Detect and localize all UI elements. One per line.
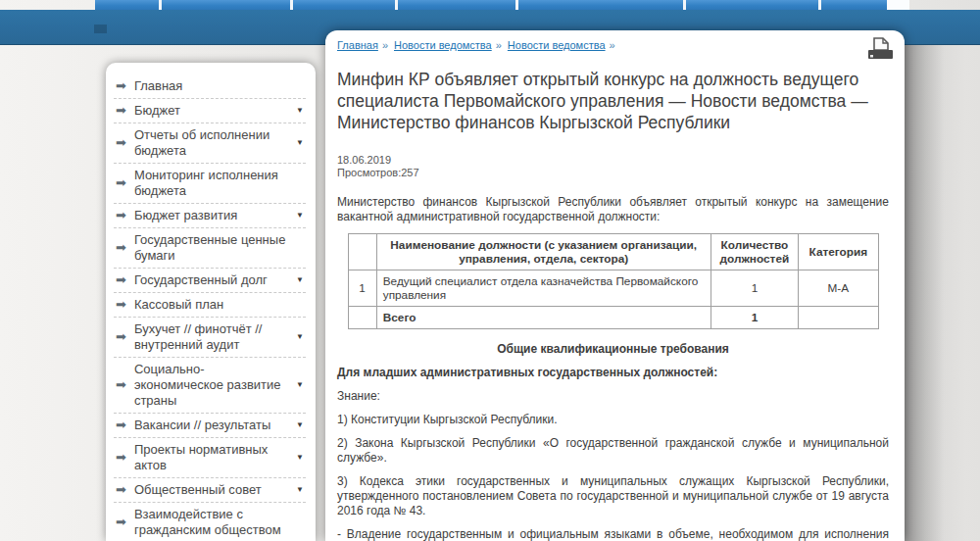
arrow-icon: ➡ (116, 482, 126, 498)
top-nav-item[interactable] (162, 0, 290, 10)
sidebar-item[interactable]: ➡Социально-экономическое развитие страны… (114, 358, 306, 414)
page-shadow (905, 45, 965, 541)
arrow-icon: ➡ (116, 135, 126, 151)
arrow-icon: ➡ (116, 240, 126, 256)
band-shadow (94, 25, 107, 33)
table-cell: Всего (376, 307, 710, 329)
table-header-cell: Количество должностей (710, 234, 799, 270)
chevron-down-icon: ▼ (296, 482, 304, 498)
sidebar-item[interactable]: ➡Мониторинг исполнения бюджета (114, 164, 306, 204)
arrow-icon: ➡ (116, 272, 126, 288)
table-row: 1Ведущий специалист отдела казначейства … (348, 270, 878, 307)
arrow-icon: ➡ (116, 78, 126, 94)
top-nav-bar (95, 0, 887, 10)
table-header-cell: Наименование должности (с указанием орга… (376, 234, 710, 270)
top-nav-item[interactable] (293, 0, 395, 10)
knowledge-label: Знание: (337, 389, 889, 404)
chevron-down-icon: ▼ (296, 103, 304, 119)
top-nav-item[interactable] (821, 0, 887, 10)
article-views: Просмотров:257 (337, 167, 889, 179)
table-cell (799, 307, 878, 329)
arrow-icon: ➡ (116, 297, 126, 313)
sidebar-item-label: Проекты нормативных актов (134, 442, 292, 473)
sidebar-item[interactable]: ➡Отчеты об исполнении бюджета▼ (114, 123, 306, 164)
requirements-heading: Общие квалификационные требования (337, 342, 889, 356)
sidebar-item[interactable]: ➡Государственный долг▼ (114, 269, 306, 293)
chevron-down-icon: ▼ (296, 377, 304, 393)
top-nav-item-active[interactable] (887, 0, 909, 10)
sidebar-item[interactable]: ➡Взаимодействие с гражданским обществом (114, 503, 306, 541)
table-row: Всего1 (348, 307, 878, 329)
top-nav-item[interactable] (518, 0, 683, 10)
article-intro: Министерство финансов Кыргызской Республ… (337, 195, 889, 224)
print-icon[interactable] (865, 36, 895, 64)
sidebar-item-label: Мониторинг исполнения бюджета (134, 168, 304, 199)
chevron-down-icon: ▼ (296, 208, 304, 223)
sidebar-item-label: Отчеты об исполнении бюджета (134, 127, 292, 159)
requirement-item: 1) Конституции Кыргызской Республики. (337, 413, 889, 427)
arrow-icon: ➡ (116, 175, 126, 191)
sidebar-item-label: Взаимодействие с гражданским обществом (134, 507, 304, 538)
requirements-list: 1) Конституции Кыргызской Республики.2) … (337, 413, 889, 541)
sidebar-item-label: Государственный долг (134, 272, 292, 288)
junior-positions-heading: Для младших административных государстве… (337, 366, 889, 380)
table-cell: Ведущий специалист отдела казначейства П… (376, 270, 710, 307)
table-cell: 1 (710, 307, 799, 329)
requirement-item: 3) Кодекса этики государственных и муниц… (337, 474, 889, 518)
requirement-item: 2) Закона Кыргызской Республики «О госуд… (337, 436, 889, 466)
arrow-icon: ➡ (116, 329, 126, 345)
sidebar-item[interactable]: ➡Главная (114, 74, 306, 99)
requirement-item: - Владение государственным и официальным… (337, 527, 889, 541)
vacancy-table: Наименование должности (с указанием орга… (348, 233, 879, 329)
sidebar-item-label: Главная (134, 78, 304, 94)
chevron-down-icon: ▼ (296, 450, 304, 466)
top-nav-item[interactable] (95, 0, 159, 10)
sidebar-item[interactable]: ➡Вакансии // результаты▼ (114, 414, 306, 438)
article-date: 18.06.2019 (337, 154, 889, 167)
top-nav-item[interactable] (686, 0, 818, 10)
chevron-down-icon: ▼ (296, 135, 304, 151)
sidebar-item-label: Бюджет (134, 103, 292, 119)
sidebar-item[interactable]: ➡Проекты нормативных актов▼ (114, 438, 306, 478)
arrow-icon: ➡ (116, 450, 126, 466)
breadcrumb-link[interactable]: Новости ведомства (508, 39, 606, 51)
content-panel: Главная»Новости ведомства»Новости ведомс… (325, 30, 905, 541)
table-cell (348, 307, 376, 329)
table-header-cell (348, 234, 376, 270)
chevron-down-icon: ▼ (296, 272, 304, 288)
arrow-icon: ➡ (116, 377, 126, 393)
arrow-icon: ➡ (116, 103, 126, 119)
sidebar-item[interactable]: ➡Бюджет▼ (114, 99, 306, 123)
page-title: Минфин КР объявляет открытый конкурс на … (337, 69, 878, 133)
table-cell: 1 (710, 270, 799, 307)
sidebar-item-label: Бухучет // финотчёт // внутренний аудит (134, 321, 292, 353)
sidebar-item-label: Бюджет развития (134, 208, 292, 223)
arrow-icon: ➡ (116, 515, 126, 530)
sidebar-item[interactable]: ➡Бюджет развития▼ (114, 204, 306, 228)
sidebar-item-label: Кассовый план (134, 297, 304, 313)
sidebar-item-label: Государственные ценные бумаги (134, 232, 304, 264)
sidebar-item-label: Общественный совет (134, 482, 292, 498)
table-cell: 1 (348, 270, 376, 307)
sidebar-item[interactable]: ➡Кассовый план (114, 293, 306, 318)
breadcrumb-link[interactable]: Новости ведомства (394, 39, 492, 51)
arrow-icon: ➡ (116, 418, 126, 433)
breadcrumb-separator: » (610, 39, 615, 51)
top-nav-item[interactable] (398, 0, 515, 10)
arrow-icon: ➡ (116, 208, 126, 223)
chevron-down-icon: ▼ (296, 418, 304, 433)
sidebar-menu: ➡Главная➡Бюджет▼➡Отчеты об исполнении бю… (114, 74, 306, 541)
sidebar-item-label: Вакансии // результаты (134, 418, 292, 433)
table-cell: М-А (799, 270, 878, 307)
sidebar-item-label: Социально-экономическое развитие страны (134, 362, 292, 409)
sidebar-item[interactable]: ➡Общественный совет▼ (114, 478, 306, 503)
sidebar-item[interactable]: ➡Бухучет // финотчёт // внутренний аудит… (114, 318, 306, 358)
breadcrumb-link[interactable]: Главная (337, 39, 378, 51)
sidebar-item[interactable]: ➡Государственные ценные бумаги (114, 228, 306, 269)
breadcrumb: Главная»Новости ведомства»Новости ведомс… (337, 37, 889, 57)
breadcrumb-separator: » (496, 39, 502, 51)
table-header-cell: Категория (799, 234, 878, 270)
breadcrumb-separator: » (382, 39, 388, 51)
sidebar: ➡Главная➡Бюджет▼➡Отчеты об исполнении бю… (106, 63, 316, 541)
chevron-down-icon: ▼ (296, 329, 304, 345)
